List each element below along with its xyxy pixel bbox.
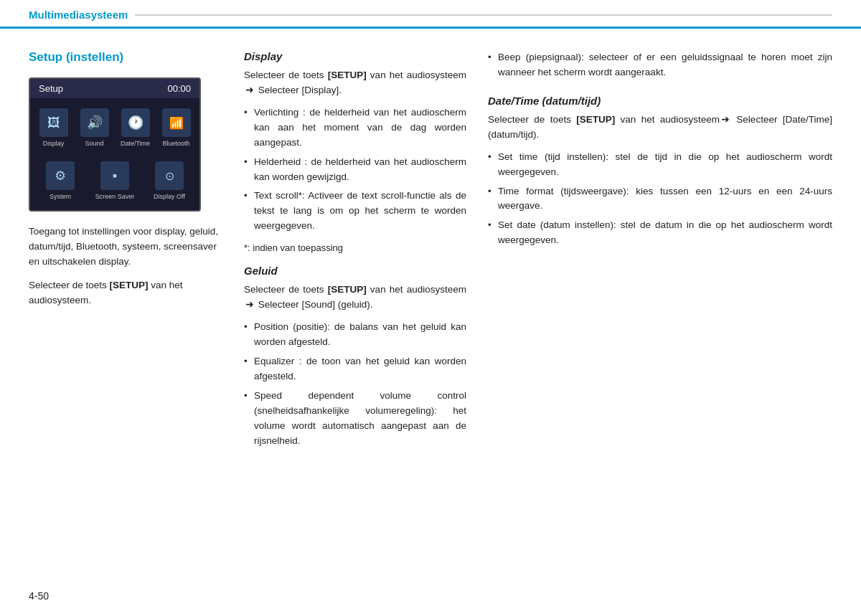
page-number: 4-50 [29,590,49,602]
display-bullet-list: Verlichting : de helderheid van het audi… [244,105,466,234]
display-intro: Selecteer de toets [SETUP] van het audio… [244,68,466,98]
display-intro-end: Selecteer [Display]. [255,85,342,95]
list-item: Text scroll*: Activeer de text scroll-fu… [244,189,466,234]
setup-icon-label-screensaver: Screen Saver [95,193,135,200]
right-column: Beep (piepsignaal): selecteer of er een … [488,50,832,457]
display-intro-arrow: ➜ [245,83,254,98]
header-divider [135,14,832,16]
section-title-setup: Setup (instellen) [29,50,222,65]
display-intro-suffix: van het audiosysteem [367,70,466,80]
sound-icon: 🔊 [80,108,109,137]
setup-desc2-prefix: Selecteer de toets [29,280,110,290]
datetime-intro-prefix: Selecteer de toets [488,114,576,125]
datetime-icon: 🕐 [121,108,150,137]
setup-screen-mockup: Setup 00:00 🖼 Display 🔊 Sound 🕐 Date/Tim… [29,77,201,212]
geluid-intro: Selecteer de toets [SETUP] van het audio… [244,283,466,313]
setup-icon-displayoff: ⊙ Display Off [142,157,197,204]
system-icon: ⚙ [46,161,75,190]
list-item: Verlichting : de helderheid van het audi… [244,105,466,151]
setup-desc2-bold: [SETUP] [110,280,149,290]
setup-icon-bluetooth: 📶 Bluetooth [156,104,197,151]
list-item: Set date (datum instellen): stel de datu… [488,218,832,248]
setup-description1: Toegang tot instellingen voor display, g… [29,224,222,270]
setup-icon-label-sound: Sound [85,140,103,147]
main-content: Setup (instellen) Setup 00:00 🖼 Display … [0,29,861,478]
display-intro-prefix: Selecteer de toets [244,70,328,80]
setup-screen-time: 00:00 [167,83,191,94]
display-subsection-title: Display [244,50,466,62]
page-title: Multimediasysteem [29,9,128,21]
setup-icon-sound: 🔊 Sound [74,104,115,151]
list-item: Equalizer : de toon van het geluid kan w… [244,354,466,384]
displayoff-icon: ⊙ [155,161,184,190]
geluid-subsection-title: Geluid [244,265,466,277]
datetime-intro-suffix: van het audiosysteem [615,114,720,125]
list-item: Position (positie): de balans van het ge… [244,320,466,350]
list-item: Speed dependent volume control (snelheid… [244,389,466,449]
geluid-intro-prefix: Selecteer de toets [244,284,328,295]
list-item: Beep (piepsignaal): selecteer of er een … [488,50,832,80]
setup-icon-datetime: 🕐 Date/Time [115,104,156,151]
datetime-intro: Selecteer de toets [SETUP] van het audio… [488,113,832,143]
list-item: Time format (tijdsweergave): kies tussen… [488,184,832,214]
setup-icon-label-displayoff: Display Off [154,193,185,200]
page-header: Multimediasysteem [0,0,861,29]
datetime-bullet-list: Set time (tijd instellen): stel de tijd … [488,150,832,249]
setup-description2: Selecteer de toets [SETUP] van het audio… [29,278,222,308]
setup-icon-label-datetime: Date/Time [121,140,150,147]
geluid-intro-end: Selecteer [Sound] (geluid). [255,299,373,310]
display-icon: 🖼 [39,108,68,137]
setup-screen-label: Setup [39,83,63,94]
datetime-intro-arrow: ➜ [721,113,730,128]
beep-bullet-list: Beep (piepsignaal): selecteer of er een … [488,50,832,80]
geluid-bullet-list: Position (positie): de balans van het ge… [244,320,466,448]
geluid-intro-arrow: ➜ [245,298,254,313]
mid-column: Display Selecteer de toets [SETUP] van h… [244,50,488,457]
setup-icons-top-grid: 🖼 Display 🔊 Sound 🕐 Date/Time 📶 Bluetoot… [30,98,199,154]
left-column: Setup (instellen) Setup 00:00 🖼 Display … [29,50,244,457]
screensaver-icon: ▪ [100,161,129,190]
setup-icon-label-system: System [50,193,71,200]
datetime-intro-bold: [SETUP] [576,114,615,125]
setup-icon-system: ⚙ System [33,157,88,204]
geluid-intro-suffix: van het audiosysteem [367,284,466,295]
setup-icon-label-bluetooth: Bluetooth [162,140,189,147]
geluid-intro-bold: [SETUP] [328,284,367,295]
setup-icon-label-display: Display [43,140,65,147]
setup-screen-header: Setup 00:00 [30,79,199,98]
setup-icons-bottom-grid: ⚙ System ▪ Screen Saver ⊙ Display Off [30,154,199,210]
list-item: Set time (tijd instellen): stel de tijd … [488,150,832,180]
list-item: Helderheid : de helderheid van het audio… [244,155,466,185]
datetime-subsection-title: Date/Time (datum/tijd) [488,95,832,107]
display-footnote: *: indien van toepassing [244,242,466,253]
setup-icon-screensaver: ▪ Screen Saver [88,157,142,204]
display-intro-bold: [SETUP] [328,70,367,80]
setup-icon-display: 🖼 Display [33,104,74,151]
bluetooth-icon: 📶 [162,108,191,137]
